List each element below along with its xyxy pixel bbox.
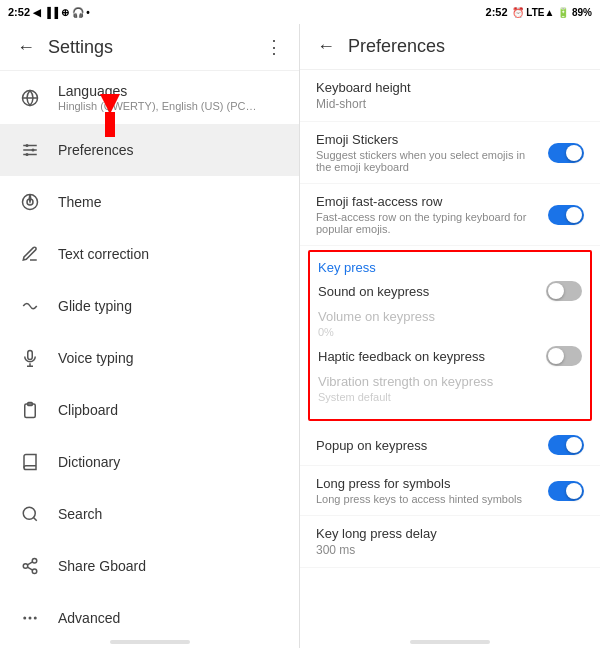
haptic-feedback-label: Haptic feedback on keypress: [318, 349, 485, 364]
status-icons-right: ⏰ LTE▲ 🔋 89%: [512, 7, 592, 18]
time-right: 2:52: [486, 6, 508, 18]
sound-on-keypress-label: Sound on keypress: [318, 284, 429, 299]
svg-point-21: [32, 569, 37, 574]
vibration-value: System default: [318, 391, 582, 403]
languages-sublabel: Hinglish (QWERTY), English (US) (PC), En…: [58, 100, 258, 112]
svg-point-26: [34, 617, 37, 620]
long-press-symbols-desc: Long press keys to access hinted symbols: [316, 493, 522, 505]
long-press-symbols-toggle[interactable]: [548, 481, 584, 501]
haptic-feedback-item: Haptic feedback on keypress: [318, 346, 582, 366]
text-correction-icon: [16, 240, 44, 268]
preferences-icon: [16, 136, 44, 164]
emoji-fast-access-toggle[interactable]: [548, 205, 584, 225]
left-header: ← Settings ⋮: [0, 24, 299, 71]
search-label: Search: [58, 506, 102, 522]
left-bottom-bar: [110, 640, 190, 644]
svg-line-23: [27, 562, 32, 565]
svg-point-6: [32, 149, 35, 152]
svg-point-17: [23, 507, 35, 519]
emoji-fast-access-desc: Fast-access row on the typing keyboard f…: [316, 211, 536, 235]
menu-button[interactable]: ⋮: [265, 36, 283, 58]
svg-point-5: [26, 144, 29, 147]
svg-point-20: [23, 564, 28, 569]
sidebar-item-preferences[interactable]: Preferences: [0, 124, 299, 176]
emoji-stickers-toggle[interactable]: [548, 143, 584, 163]
sidebar-item-dictionary[interactable]: Dictionary: [0, 436, 299, 488]
voice-typing-icon: [16, 344, 44, 372]
clipboard-icon: [16, 396, 44, 424]
svg-point-7: [26, 153, 29, 156]
popup-on-keypress-item: Popup on keypress: [300, 425, 600, 466]
search-icon: [16, 500, 44, 528]
keyboard-height-label: Keyboard height: [316, 80, 584, 95]
globe-icon: [16, 84, 44, 112]
svg-line-18: [33, 517, 36, 520]
preferences-label: Preferences: [58, 142, 133, 158]
languages-label: Languages: [58, 83, 258, 99]
emoji-fast-access-item: Emoji fast-access row Fast-access row on…: [300, 184, 600, 246]
right-panel: ← Preferences Keyboard height Mid-short …: [300, 24, 600, 648]
status-bar-left: 2:52 ◀ ▐▐ ⊕ 🎧 • 2:52 ⏰ LTE▲ 🔋 89%: [0, 0, 600, 24]
long-press-symbols-item: Long press for symbols Long press keys t…: [300, 466, 600, 516]
sidebar-item-advanced[interactable]: Advanced: [0, 592, 299, 636]
volume-on-keypress-item: Volume on keypress 0%: [318, 309, 582, 338]
sidebar-item-languages[interactable]: Languages Hinglish (QWERTY), English (US…: [0, 71, 299, 124]
sidebar-item-clipboard[interactable]: Clipboard: [0, 384, 299, 436]
svg-point-25: [29, 617, 32, 620]
key-press-title: Key press: [318, 260, 582, 275]
preferences-title: Preferences: [348, 36, 445, 57]
sidebar-item-glide-typing[interactable]: Glide typing: [0, 280, 299, 332]
vibration-strength-item: Vibration strength on keypress System de…: [318, 374, 582, 403]
back-button[interactable]: ←: [16, 37, 36, 57]
key-long-press-delay-label: Key long press delay: [316, 526, 584, 541]
key-press-section: Key press Sound on keypress Volume on ke…: [308, 250, 592, 421]
text-correction-label: Text correction: [58, 246, 149, 262]
emoji-stickers-desc: Suggest stickers when you select emojis …: [316, 149, 536, 173]
right-bottom-bar: [410, 640, 490, 644]
advanced-label: Advanced: [58, 610, 120, 626]
svg-line-22: [27, 567, 32, 570]
svg-rect-12: [28, 351, 33, 360]
dictionary-label: Dictionary: [58, 454, 120, 470]
vibration-strength-label: Vibration strength on keypress: [318, 374, 582, 389]
clipboard-label: Clipboard: [58, 402, 118, 418]
sidebar-item-voice-typing[interactable]: Voice typing: [0, 332, 299, 384]
long-press-symbols-label: Long press for symbols: [316, 476, 522, 491]
share-gboard-label: Share Gboard: [58, 558, 146, 574]
settings-title: Settings: [48, 37, 265, 58]
status-icons-left: ◀ ▐▐ ⊕ 🎧 •: [33, 7, 90, 18]
sidebar-item-search[interactable]: Search: [0, 488, 299, 540]
emoji-fast-access-label: Emoji fast-access row: [316, 194, 536, 209]
emoji-stickers-item: Emoji Stickers Suggest stickers when you…: [300, 122, 600, 184]
sound-on-keypress-item: Sound on keypress: [318, 281, 582, 301]
sidebar-item-share-gboard[interactable]: Share Gboard: [0, 540, 299, 592]
voice-typing-label: Voice typing: [58, 350, 134, 366]
keyboard-height-value: Mid-short: [316, 97, 584, 111]
popup-on-keypress-label: Popup on keypress: [316, 438, 427, 453]
popup-on-keypress-toggle[interactable]: [548, 435, 584, 455]
key-long-press-delay-value: 300 ms: [316, 543, 584, 557]
sidebar-item-theme[interactable]: Theme: [0, 176, 299, 228]
settings-list: Keyboard height Mid-short Emoji Stickers…: [300, 70, 600, 636]
haptic-feedback-toggle[interactable]: [546, 346, 582, 366]
sidebar-item-text-correction[interactable]: Text correction: [0, 228, 299, 280]
left-panel: ← Settings ⋮ Languages Hinglish (QWERTY)…: [0, 24, 300, 648]
theme-label: Theme: [58, 194, 102, 210]
keyboard-height-item: Keyboard height Mid-short: [300, 70, 600, 122]
right-header: ← Preferences: [300, 24, 600, 70]
nav-list: Languages Hinglish (QWERTY), English (US…: [0, 71, 299, 636]
volume-value: 0%: [318, 326, 582, 338]
theme-icon: [16, 188, 44, 216]
sound-on-keypress-toggle[interactable]: [546, 281, 582, 301]
emoji-stickers-label: Emoji Stickers: [316, 132, 536, 147]
advanced-icon: [16, 604, 44, 632]
glide-typing-icon: [16, 292, 44, 320]
share-icon: [16, 552, 44, 580]
time-left: 2:52: [8, 6, 30, 18]
volume-on-keypress-label: Volume on keypress: [318, 309, 582, 324]
right-back-button[interactable]: ←: [316, 37, 336, 57]
dictionary-icon: [16, 448, 44, 476]
svg-point-19: [32, 559, 37, 564]
svg-point-24: [23, 617, 26, 620]
glide-typing-label: Glide typing: [58, 298, 132, 314]
